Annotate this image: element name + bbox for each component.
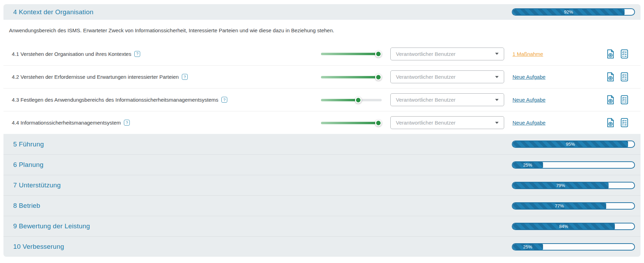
- section-progressbar: 79%: [512, 182, 635, 189]
- section-title[interactable]: 9 Bewertung der Leistung: [13, 222, 512, 230]
- section-header-7[interactable]: 7 Unterstützung 79%: [3, 175, 641, 195]
- requirement-title: 4.1 Verstehen der Organisation und ihres…: [12, 51, 131, 57]
- section-header-8[interactable]: 8 Betrieb 77%: [3, 195, 641, 216]
- section-header-10[interactable]: 10 Verbesserung 25%: [3, 236, 641, 257]
- slider-knob[interactable]: [375, 74, 382, 80]
- requirement-row: 4.2 Verstehen der Erfordernisse und Erwa…: [3, 65, 641, 88]
- checklist-icon[interactable]: [620, 49, 629, 59]
- add-document-icon[interactable]: [606, 95, 615, 104]
- progress-label: 25%: [512, 244, 543, 250]
- section-progressbar: 25%: [512, 161, 635, 169]
- checklist-icon[interactable]: [620, 72, 629, 82]
- section-body: Anwendungsbereich des ISMS. Erwarteter Z…: [3, 20, 641, 134]
- checklist-icon[interactable]: [620, 118, 629, 127]
- chevron-down-icon: [495, 76, 499, 78]
- section-title[interactable]: 4 Kontext der Organisation: [13, 8, 512, 16]
- chevron-down-icon: [495, 53, 499, 55]
- section-title[interactable]: 10 Verbesserung: [13, 243, 512, 251]
- requirement-row: 4.3 Festlegen des Anwendungsbereichs des…: [3, 88, 641, 111]
- assignee-placeholder: Verantwortlicher Benutzer: [396, 120, 456, 126]
- section-title[interactable]: 7 Unterstützung: [13, 181, 512, 189]
- section-progressbar: 92%: [512, 8, 635, 16]
- new-task-link[interactable]: Neue Aufgabe: [512, 74, 545, 80]
- progress-label: 79%: [512, 183, 609, 188]
- help-icon[interactable]: ?: [134, 51, 140, 57]
- section-title[interactable]: 6 Planung: [13, 161, 512, 169]
- add-document-icon[interactable]: [606, 72, 615, 82]
- progress-label: 25%: [512, 162, 543, 168]
- requirement-row: 4.1 Verstehen der Organisation und ihres…: [3, 42, 641, 65]
- section-progressbar: 84%: [512, 223, 635, 230]
- section-title[interactable]: 5 Führung: [13, 141, 512, 148]
- measures-link[interactable]: 1 Maßnahme: [512, 51, 543, 57]
- assignee-placeholder: Verantwortlicher Benutzer: [396, 51, 456, 57]
- requirement-title: 4.4 Informationssicherheitsmanagementsys…: [12, 120, 121, 126]
- help-icon[interactable]: ?: [124, 120, 130, 126]
- assignee-placeholder: Verantwortlicher Benutzer: [396, 74, 456, 80]
- requirement-title: 4.3 Festlegen des Anwendungsbereichs des…: [12, 97, 218, 103]
- section-progressbar: 77%: [512, 202, 635, 210]
- assignee-dropdown[interactable]: Verantwortlicher Benutzer: [390, 48, 504, 60]
- new-task-link[interactable]: Neue Aufgabe: [512, 97, 545, 103]
- help-icon[interactable]: ?: [182, 74, 188, 80]
- add-document-icon[interactable]: [606, 118, 615, 127]
- help-icon[interactable]: ?: [221, 97, 227, 103]
- requirement-row: 4.4 Informationssicherheitsmanagementsys…: [3, 111, 641, 134]
- section-header-9[interactable]: 9 Bewertung der Leistung 84%: [3, 216, 641, 236]
- progress-label: 84%: [512, 223, 615, 229]
- implementation-slider[interactable]: [321, 96, 382, 103]
- requirement-title: 4.2 Verstehen der Erfordernisse und Erwa…: [12, 74, 179, 80]
- assignee-placeholder: Verantwortlicher Benutzer: [396, 97, 456, 103]
- section-progressbar: 25%: [512, 243, 635, 251]
- chevron-down-icon: [495, 122, 499, 124]
- assignee-dropdown[interactable]: Verantwortlicher Benutzer: [390, 93, 504, 106]
- isms-sections-card: 4 Kontext der Organisation 92% Anwendung…: [3, 4, 641, 257]
- section-description: Anwendungsbereich des ISMS. Erwarteter Z…: [3, 20, 641, 42]
- slider-knob[interactable]: [375, 120, 382, 126]
- checklist-icon[interactable]: [620, 95, 629, 104]
- add-document-icon[interactable]: [606, 49, 615, 59]
- implementation-slider[interactable]: [321, 50, 382, 57]
- implementation-slider[interactable]: [321, 119, 382, 126]
- section-progressbar: 95%: [512, 141, 635, 148]
- section-title[interactable]: 8 Betrieb: [13, 202, 512, 210]
- section-header-6[interactable]: 6 Planung 25%: [3, 154, 641, 175]
- progress-label: 92%: [512, 9, 625, 15]
- section-header-5[interactable]: 5 Führung 95%: [3, 134, 641, 154]
- progress-label: 77%: [512, 203, 606, 209]
- assignee-dropdown[interactable]: Verantwortlicher Benutzer: [390, 116, 504, 129]
- slider-knob[interactable]: [375, 51, 382, 57]
- progress-label: 95%: [512, 141, 628, 147]
- implementation-slider[interactable]: [321, 74, 382, 80]
- new-task-link[interactable]: Neue Aufgabe: [512, 120, 545, 126]
- chevron-down-icon: [495, 99, 499, 101]
- slider-knob[interactable]: [355, 97, 362, 103]
- section-header-4[interactable]: 4 Kontext der Organisation 92%: [3, 4, 641, 20]
- assignee-dropdown[interactable]: Verantwortlicher Benutzer: [390, 70, 504, 83]
